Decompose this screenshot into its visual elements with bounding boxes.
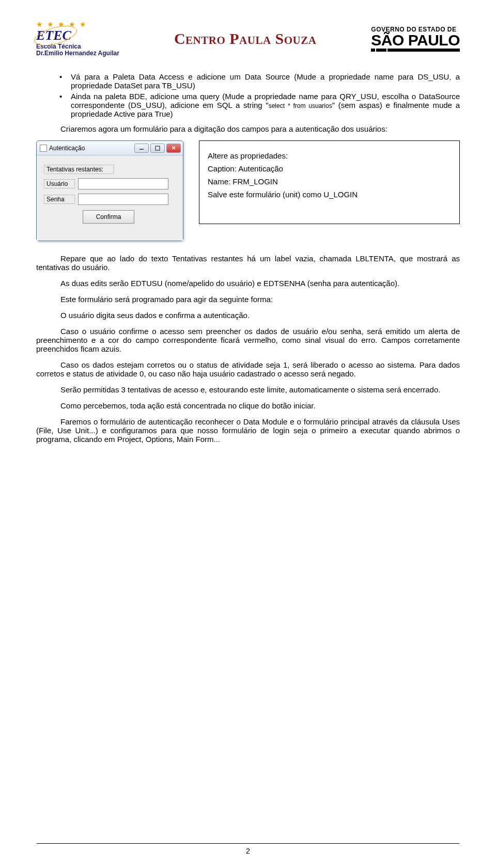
- props-name: Name: FRM_LOGIN: [208, 177, 451, 186]
- bullet-icon: •: [59, 92, 71, 118]
- etec-logo-text: ETEC: [36, 28, 119, 43]
- bullet-text: Ainda na paleta BDE, adicione uma query …: [71, 92, 460, 118]
- delphi-form-window: Autenticação ✕ Tentativas restantes: Usu…: [36, 140, 183, 241]
- label-usuario: Usuário: [44, 179, 75, 188]
- minimize-button[interactable]: [134, 144, 149, 153]
- bullet-list: • Vá para a Paleta Data Access e adicion…: [59, 72, 460, 118]
- bullet-icon: •: [59, 72, 71, 90]
- senha-input[interactable]: [78, 194, 168, 205]
- window-title: Autenticação: [49, 145, 85, 152]
- titlebar: Autenticação ✕: [37, 141, 183, 155]
- governo-sp-logo: GOVERNO DO ESTADO DE SÃO PAULO: [371, 26, 460, 52]
- label-tentativas: Tentativas restantes:: [44, 165, 114, 174]
- page-number: 2: [0, 843, 496, 855]
- body-paragraph: O usuário digita seus dados e confirma a…: [36, 311, 460, 320]
- page-header: ★ ★ ★ ★ ★ ETEC Escola Técnica Dr.Emilio …: [36, 21, 460, 57]
- label-senha: Senha: [44, 195, 75, 204]
- close-button[interactable]: ✕: [166, 144, 181, 153]
- body-paragraph: Faremos o formulário de autenticação rec…: [36, 417, 460, 444]
- body-paragraph: As duas edits serão EDTUSU (nome/apelido…: [36, 279, 460, 288]
- form-client-area: Tentativas restantes: Usuário Senha Conf…: [37, 155, 183, 241]
- body-paragraph: Caso o usuário confirme o acesso sem pre…: [36, 327, 460, 353]
- etec-school-name: Dr.Emilio Hernandez Aguilar: [36, 50, 119, 57]
- body-paragraph: Serão permitidas 3 tentativas de acesso …: [36, 385, 460, 394]
- bullet-item: • Ainda na paleta BDE, adicione uma quer…: [59, 92, 460, 118]
- body-paragraph: Como percebemos, toda ação está concentr…: [36, 401, 460, 410]
- intro-paragraph: Criaremos agora um formulário para a dig…: [36, 124, 460, 133]
- bullet-item: • Vá para a Paleta Data Access e adicion…: [59, 72, 460, 90]
- body-paragraph: Este formulário será programado para agi…: [36, 295, 460, 304]
- sql-code: select * from usuarios: [269, 102, 332, 109]
- bullet-text: Vá para a Paleta Data Access e adicione …: [71, 72, 460, 90]
- svg-rect-1: [156, 146, 160, 150]
- etec-stars: ★ ★ ★ ★ ★: [36, 21, 119, 28]
- etec-logo-block: ★ ★ ★ ★ ★ ETEC Escola Técnica Dr.Emilio …: [36, 21, 119, 57]
- props-save: Salve este formulário (unit) como U_LOGI…: [208, 190, 451, 199]
- confirma-button[interactable]: Confirma: [83, 210, 134, 224]
- app-icon: [40, 145, 47, 152]
- body-paragraph: Repare que ao lado do texto Tentativas r…: [36, 254, 460, 272]
- maximize-button[interactable]: [150, 144, 165, 153]
- props-title: Altere as propriedades:: [208, 151, 451, 160]
- governo-sp-text: SÃO PAULO: [371, 33, 460, 48]
- usuario-input[interactable]: [78, 178, 168, 190]
- body-paragraph: Caso os dados estejam corretos ou o stat…: [36, 360, 460, 378]
- props-caption: Caption: Autenticação: [208, 164, 451, 173]
- centro-paula-souza-logo: Centro Paula Souza: [174, 30, 317, 48]
- properties-box: Altere as propriedades: Caption: Autenti…: [199, 140, 460, 224]
